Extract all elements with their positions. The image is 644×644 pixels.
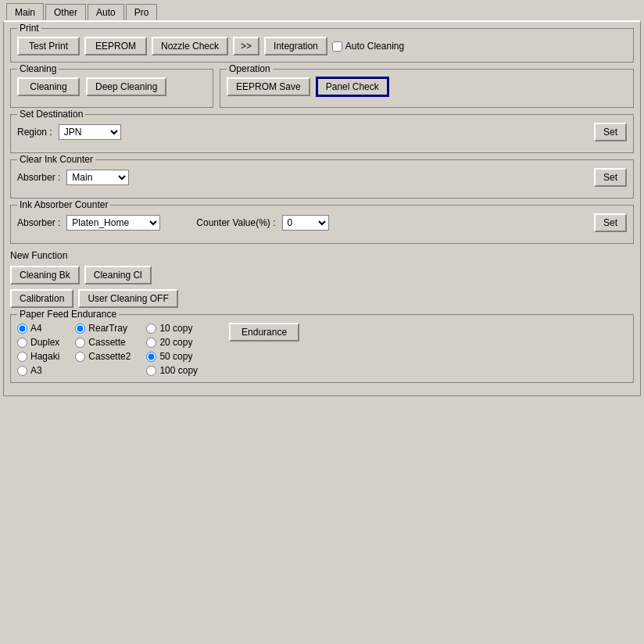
radio-hagaki[interactable]: Hagaki [17, 351, 59, 362]
radio-20-copy[interactable]: 20 copy [146, 337, 198, 348]
clear-ink-counter-label: Clear Ink Counter [17, 154, 95, 165]
panel-check-button[interactable]: Panel Check [317, 77, 388, 96]
cleaning-button[interactable]: Cleaning [17, 77, 80, 96]
eeprom-button[interactable]: EEPROM [84, 37, 147, 55]
ink-absorber-counter-group: Ink Absorber Counter Absorber : Platen_H… [10, 205, 634, 244]
eeprom-save-button[interactable]: EEPROM Save [227, 77, 310, 96]
new-function-section: New Function Cleaning Bk Cleaning Cl Cal… [10, 250, 634, 308]
absorber-label: Absorber : [17, 172, 60, 183]
counter-value-select[interactable]: 0 10 20 50 100 [282, 215, 329, 231]
user-cleaning-off-button[interactable]: User Cleaning OFF [78, 289, 177, 308]
tab-other[interactable]: Other [45, 4, 86, 20]
paper-type-col: A4 Duplex Hagaki A3 [17, 323, 59, 376]
operation-group-label: Operation [227, 63, 273, 74]
tab-main[interactable]: Main [6, 3, 44, 20]
clear-ink-set-button[interactable]: Set [594, 168, 627, 187]
ink-absorber-set-button[interactable]: Set [594, 213, 627, 232]
cleaning-operation-row: Cleaning Cleaning Deep Cleaning Operatio… [10, 69, 634, 108]
region-label: Region : [17, 127, 52, 138]
print-group-label: Print [17, 23, 41, 34]
radio-cassette2[interactable]: Cassette2 [75, 351, 131, 362]
new-function-buttons-row2: Calibration User Cleaning OFF [10, 289, 634, 308]
tab-bar: Main Other Auto Pro [3, 3, 641, 20]
radio-duplex[interactable]: Duplex [17, 337, 59, 348]
counter-value-label: Counter Value(%) : [196, 217, 275, 228]
ink-absorber-select[interactable]: Platen_Home Main Sub [66, 215, 160, 231]
nozzle-check-button[interactable]: Nozzle Check [152, 37, 228, 55]
ink-absorber-counter-label: Ink Absorber Counter [17, 199, 110, 210]
endurance-button[interactable]: Endurance [229, 323, 299, 342]
radio-100-copy[interactable]: 100 copy [146, 365, 198, 376]
clear-ink-counter-group: Clear Ink Counter Absorber : Main Sub Se… [10, 159, 634, 199]
radio-a3[interactable]: A3 [17, 365, 59, 376]
set-destination-group: Set Destination Region : JPN USA EUR Set [10, 114, 634, 153]
tab-auto[interactable]: Auto [88, 4, 124, 20]
cleaning-cl-button[interactable]: Cleaning Cl [84, 266, 152, 284]
new-function-label: New Function [10, 250, 634, 261]
absorber-select[interactable]: Main Sub [66, 170, 129, 185]
main-panel: Print Test Print EEPROM Nozzle Check >> … [3, 20, 641, 396]
auto-cleaning-checkbox[interactable] [332, 41, 342, 52]
radio-rear-tray[interactable]: RearTray [75, 323, 131, 334]
auto-cleaning-wrap: Auto Cleaning [332, 41, 404, 52]
integration-button[interactable]: Integration [264, 37, 327, 55]
calibration-button[interactable]: Calibration [10, 289, 73, 308]
cleaning-bk-button[interactable]: Cleaning Bk [10, 266, 80, 284]
deep-cleaning-button[interactable]: Deep Cleaning [86, 77, 166, 96]
ink-absorber-label: Absorber : [17, 217, 60, 228]
radio-50-copy[interactable]: 50 copy [146, 351, 198, 362]
region-select[interactable]: JPN USA EUR [59, 124, 121, 140]
radio-a4[interactable]: A4 [17, 323, 59, 334]
set-destination-label: Set Destination [17, 109, 85, 120]
endurance-wrap: Endurance [229, 323, 299, 342]
test-print-button[interactable]: Test Print [17, 37, 80, 55]
set-destination-button[interactable]: Set [594, 123, 627, 141]
cleaning-group: Cleaning Cleaning Deep Cleaning [10, 69, 213, 108]
paper-feed-endurance-group: Paper Feed Endurance A4 Duplex Hagaki [10, 314, 634, 383]
paper-feed-endurance-label: Paper Feed Endurance [17, 309, 119, 320]
new-function-buttons: Cleaning Bk Cleaning Cl [10, 266, 634, 284]
auto-cleaning-label: Auto Cleaning [345, 41, 404, 52]
operation-group: Operation EEPROM Save Panel Check [220, 69, 634, 108]
cleaning-group-label: Cleaning [17, 63, 59, 74]
tab-pro[interactable]: Pro [126, 4, 158, 20]
radio-cassette[interactable]: Cassette [75, 337, 131, 348]
radio-10-copy[interactable]: 10 copy [146, 323, 198, 334]
print-group: Print Test Print EEPROM Nozzle Check >> … [10, 28, 634, 63]
arrow-button[interactable]: >> [233, 37, 259, 55]
copy-col: 10 copy 20 copy 50 copy 100 copy [146, 323, 198, 376]
tray-col: RearTray Cassette Cassette2 [75, 323, 131, 362]
window: Main Other Auto Pro Print Test Print EEP… [0, 0, 644, 644]
